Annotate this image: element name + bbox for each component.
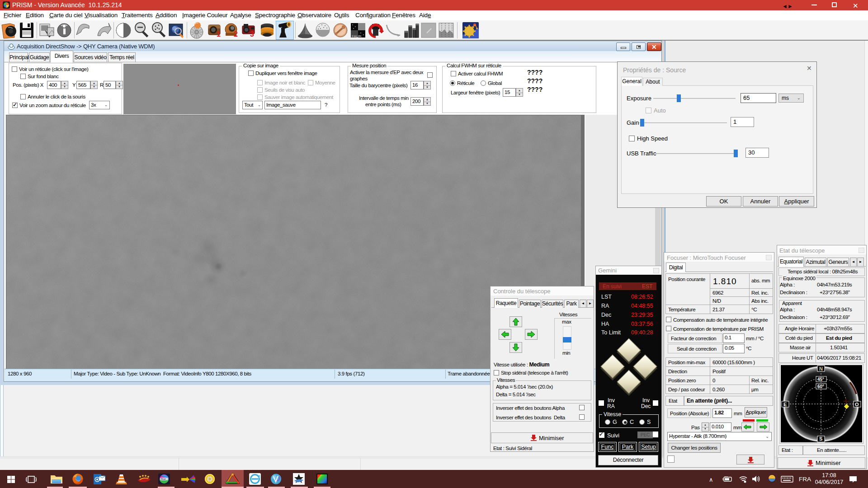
svg-text:2: 2 [234, 30, 238, 38]
svg-text:Real: Real [161, 478, 165, 480]
svg-text:3: 3 [250, 30, 254, 38]
svg-text:1: 1 [217, 30, 221, 38]
svg-text:60°: 60° [817, 384, 824, 389]
svg-text:O: O [855, 402, 859, 407]
svg-text:FAUH: FAUH [352, 34, 362, 38]
svg-text:S: S [819, 436, 822, 441]
svg-text:45°: 45° [817, 377, 824, 382]
svg-text:E: E [783, 402, 787, 407]
svg-text:N: N [819, 366, 823, 371]
